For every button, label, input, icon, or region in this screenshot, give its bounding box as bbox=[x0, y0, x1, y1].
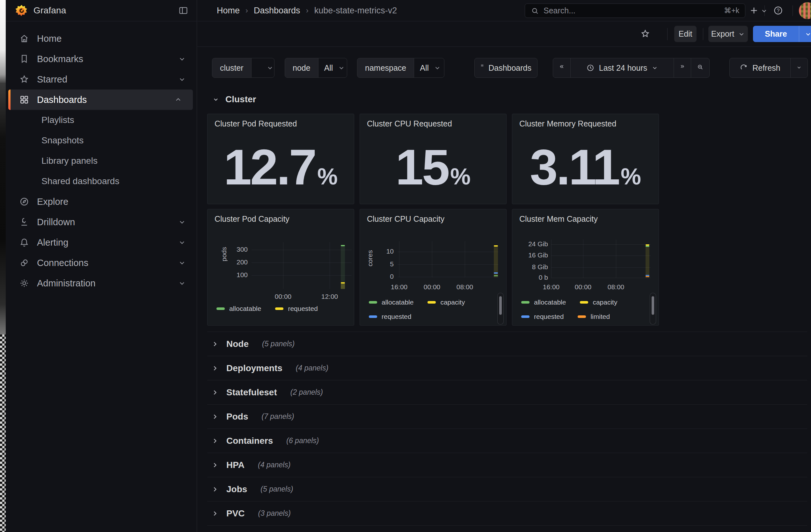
panel-title[interactable]: Cluster Pod Requested bbox=[215, 119, 297, 128]
chevron-up-icon[interactable] bbox=[174, 96, 182, 104]
sidebar-item-bookmarks[interactable]: Bookmarks bbox=[6, 49, 197, 69]
series-line-capacity bbox=[494, 245, 498, 247]
sidebar-item-library-panels[interactable]: Library panels bbox=[6, 151, 197, 171]
edit-button[interactable]: Edit bbox=[674, 26, 697, 42]
legend-scrollbar-thumb[interactable] bbox=[499, 296, 502, 315]
row-header-node[interactable]: Node (5 panels) bbox=[207, 332, 807, 356]
sidebar-item-label: Bookmarks bbox=[37, 54, 83, 64]
search-input[interactable] bbox=[544, 6, 724, 15]
time-range-button[interactable]: Last 24 hours bbox=[570, 58, 674, 77]
sidebar-item-label: Alerting bbox=[37, 237, 68, 248]
chevron-down-icon[interactable] bbox=[178, 239, 186, 246]
dashboards-button-label: Dashboards bbox=[488, 63, 532, 73]
legend-item-requested[interactable]: requested bbox=[369, 313, 411, 320]
panel-title[interactable]: Cluster CPU Requested bbox=[367, 119, 452, 128]
chevron-down-icon[interactable] bbox=[178, 279, 186, 287]
legend-item-limited[interactable]: limited bbox=[578, 313, 610, 320]
gridline bbox=[551, 267, 651, 268]
variable-namespace: namespace All bbox=[357, 58, 444, 78]
links-icon bbox=[19, 258, 29, 268]
chevron-down-icon[interactable] bbox=[178, 55, 186, 63]
user-avatar[interactable] bbox=[799, 2, 811, 19]
sidebar-item-administration[interactable]: Administration bbox=[6, 273, 197, 293]
refresh-button[interactable]: Refresh bbox=[730, 58, 790, 77]
variable-namespace-select[interactable]: All bbox=[414, 58, 444, 77]
search-box[interactable]: ⌘+k bbox=[525, 3, 745, 18]
row-header-cluster[interactable]: Cluster bbox=[212, 92, 256, 106]
legend-label: requested bbox=[382, 313, 411, 320]
legend-item-allocatable[interactable]: allocatable bbox=[369, 298, 413, 306]
export-button[interactable]: Export bbox=[708, 26, 748, 42]
time-zoom-out-button[interactable] bbox=[691, 58, 709, 77]
x-tick: 12:00 bbox=[321, 293, 338, 300]
row-header-pods[interactable]: Pods (7 panels) bbox=[207, 405, 807, 429]
legend-item-requested[interactable]: requested bbox=[521, 313, 564, 320]
legend-item-requested[interactable]: requested bbox=[275, 305, 318, 313]
sidebar-item-explore[interactable]: Explore bbox=[6, 191, 197, 212]
time-shift-forward-button[interactable] bbox=[674, 58, 691, 77]
y-tick: 0 bbox=[371, 273, 394, 280]
gear-icon bbox=[19, 278, 29, 288]
sidebar-item-connections[interactable]: Connections bbox=[6, 253, 197, 273]
share-dropdown-chevron-icon[interactable] bbox=[799, 26, 811, 42]
y-tick: 5 bbox=[371, 260, 394, 268]
favorite-star-icon[interactable] bbox=[640, 29, 650, 39]
sidebar-item-drilldown[interactable]: Drilldown bbox=[6, 212, 197, 232]
row-header-containers[interactable]: Containers (6 panels) bbox=[207, 429, 807, 453]
grafana-logo-icon[interactable] bbox=[15, 4, 28, 17]
row-header-pvc[interactable]: PVC (3 panels) bbox=[207, 501, 807, 526]
row-header-jobs[interactable]: Jobs (5 panels) bbox=[207, 477, 807, 501]
variable-value: All bbox=[324, 63, 333, 73]
sidebar-item-dashboards[interactable]: Dashboards bbox=[8, 90, 193, 110]
refresh-interval-chevron[interactable] bbox=[790, 58, 808, 77]
legend-item-capacity[interactable]: capacity bbox=[580, 298, 617, 306]
stat-unit: % bbox=[621, 163, 641, 190]
star-icon bbox=[19, 74, 29, 84]
help-icon[interactable]: ? bbox=[773, 5, 783, 16]
breadcrumb-home[interactable]: Home bbox=[217, 6, 240, 16]
panel-cluster-mem-capacity: Cluster Mem Capacity 24 Gib 16 Gib 8 Gib… bbox=[512, 209, 659, 326]
chevron-down-icon[interactable] bbox=[178, 259, 186, 267]
sidebar-item-shared-dashboards[interactable]: Shared dashboards bbox=[6, 171, 197, 191]
legend-item-allocatable[interactable]: allocatable bbox=[521, 298, 566, 306]
add-new-chevron-icon[interactable] bbox=[761, 7, 768, 17]
chevron-down-icon[interactable] bbox=[178, 76, 186, 83]
variable-node-select[interactable]: All bbox=[318, 58, 347, 77]
time-shift-back-button[interactable] bbox=[553, 58, 570, 77]
row-header-hpa[interactable]: HPA (4 panels) bbox=[207, 453, 807, 477]
variable-label: cluster bbox=[212, 58, 251, 77]
sidebar-item-label: Home bbox=[37, 33, 62, 44]
refresh-icon bbox=[739, 64, 748, 72]
row-header-statefuleset[interactable]: Statefuleset (2 panels) bbox=[207, 380, 807, 405]
chevron-down-icon bbox=[796, 65, 802, 71]
legend-scrollbar bbox=[650, 293, 656, 325]
panel-title[interactable]: Cluster Pod Capacity bbox=[215, 214, 289, 224]
panel-title[interactable]: Cluster CPU Capacity bbox=[367, 214, 444, 224]
legend-scrollbar-thumb[interactable] bbox=[652, 296, 654, 315]
dashboards-list-button[interactable]: Dashboards bbox=[474, 58, 537, 78]
panel-title[interactable]: Cluster Memory Requested bbox=[519, 119, 616, 128]
sidebar-item-alerting[interactable]: Alerting bbox=[6, 232, 197, 253]
add-new-button[interactable] bbox=[749, 5, 759, 16]
sidebar-item-snapshots[interactable]: Snapshots bbox=[6, 130, 197, 151]
row-header-deployments[interactable]: Deployments (4 panels) bbox=[207, 356, 807, 380]
share-button[interactable]: Share bbox=[753, 26, 811, 42]
legend-swatch bbox=[369, 315, 377, 318]
variable-cluster-select[interactable] bbox=[251, 58, 274, 77]
legend-item-capacity[interactable]: capacity bbox=[428, 298, 465, 306]
breadcrumb-dashboards[interactable]: Dashboards bbox=[254, 6, 300, 16]
panel-title[interactable]: Cluster Mem Capacity bbox=[519, 214, 598, 224]
row-title: HPA bbox=[226, 460, 245, 470]
sidebar-item-home[interactable]: Home bbox=[6, 28, 197, 49]
variable-cluster: cluster bbox=[212, 58, 274, 78]
sidebar: Grafana Home Bookmarks Starred bbox=[6, 0, 197, 532]
home-icon bbox=[19, 33, 29, 44]
row-title: Jobs bbox=[226, 484, 247, 495]
chevron-down-icon[interactable] bbox=[178, 218, 186, 226]
sidebar-item-starred[interactable]: Starred bbox=[6, 69, 197, 90]
row-title: Node bbox=[226, 339, 249, 349]
sidebar-item-playlists[interactable]: Playlists bbox=[6, 110, 197, 130]
sidebar-collapse-icon[interactable] bbox=[178, 5, 188, 16]
x-tick: 08:00 bbox=[457, 283, 473, 291]
legend-item-allocatable[interactable]: allocatable bbox=[216, 305, 261, 313]
